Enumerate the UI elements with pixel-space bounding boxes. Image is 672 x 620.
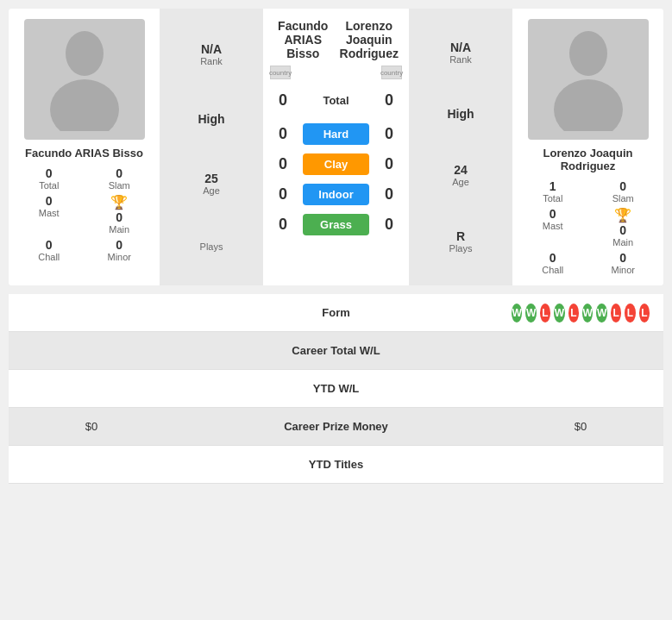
- left-flag-img: country: [270, 66, 291, 79]
- right-high: High: [447, 107, 474, 121]
- left-rank: N/A Rank: [200, 42, 223, 66]
- form-badge-10: L: [639, 304, 650, 323]
- form-badge-7: W: [596, 304, 606, 323]
- left-player-avatar: [24, 19, 145, 140]
- form-label: Form: [160, 306, 512, 319]
- clay-row: 0 Clay 0: [270, 153, 402, 175]
- right-stat-mast: 0 Mast: [519, 207, 587, 247]
- right-stat-slam: 0 Slam: [590, 179, 657, 204]
- form-badge-6: W: [582, 304, 593, 323]
- left-mid-stats: N/A Rank High 25 Age Plays: [160, 9, 263, 285]
- total-label: Total: [303, 94, 369, 107]
- form-badge-4: W: [554, 304, 564, 323]
- right-player-stats: 1 Total 0 Slam 0 Mast 🏆 0 Main 0: [519, 179, 656, 275]
- right-trophy-icon: 🏆: [614, 207, 631, 223]
- right-flag-img: country: [381, 66, 402, 79]
- right-player-name: Lorenzo Joaquin Rodriguez: [519, 147, 656, 172]
- player-left-card: Facundo ARIAS Bisso 0 Total 0 Slam 0 Mas…: [9, 9, 160, 285]
- form-value-right: W W L W L W W L L L: [512, 304, 650, 323]
- total-score-row: 0 Total 0: [270, 91, 402, 110]
- right-country-flag: country: [381, 66, 402, 79]
- left-stat-main: 🏆 0 Main: [86, 194, 154, 235]
- left-trophy-icon: 🏆: [110, 194, 128, 210]
- svg-point-0: [66, 31, 104, 76]
- players-section: Facundo ARIAS Bisso 0 Total 0 Slam 0 Mas…: [9, 9, 663, 285]
- form-badge-3: L: [540, 304, 550, 323]
- left-stat-minor: 0 Minor: [86, 238, 154, 262]
- left-player-name: Facundo ARIAS Bisso: [25, 147, 143, 160]
- center-section: Facundo ARIAS Bisso Lorenzo Joaquin Rodr…: [263, 9, 409, 285]
- left-stat-total: 0 Total: [16, 166, 83, 191]
- svg-point-3: [554, 79, 623, 131]
- svg-point-1: [50, 79, 119, 131]
- right-plays: R Plays: [449, 229, 473, 254]
- left-stat-mast: 0 Mast: [16, 194, 83, 235]
- clay-button[interactable]: Clay: [303, 153, 369, 175]
- clay-score-left: 0: [270, 155, 296, 173]
- left-plays: Plays: [200, 241, 223, 252]
- center-left-name: Facundo ARIAS Bisso: [270, 19, 336, 60]
- indoor-button[interactable]: Indoor: [303, 184, 369, 205]
- grass-row: 0 Grass 0: [270, 214, 402, 235]
- form-badge-9: L: [625, 304, 635, 323]
- indoor-score-right: 0: [376, 185, 402, 204]
- form-badge-2: W: [525, 304, 536, 323]
- main-container: Facundo ARIAS Bisso 0 Total 0 Slam 0 Mas…: [0, 9, 672, 484]
- right-rank: N/A Rank: [449, 41, 472, 65]
- career-wl-row: Career Total W/L: [9, 332, 663, 370]
- player-right-card: Lorenzo Joaquin Rodriguez 1 Total 0 Slam…: [512, 9, 663, 285]
- hard-row: 0 Hard 0: [270, 123, 402, 145]
- svg-point-2: [569, 31, 607, 76]
- prize-money-row: $0 Career Prize Money $0: [9, 408, 663, 446]
- left-country-flag: country: [270, 66, 291, 79]
- surface-rows: 0 Hard 0 0 Clay 0 0 Indoor 0 0 Grass: [270, 122, 402, 237]
- right-stat-minor: 0 Minor: [590, 251, 657, 275]
- bottom-section: Form W W L W L W W L L L Career Total W: [9, 294, 663, 484]
- ytd-wl-row: YTD W/L: [9, 370, 663, 408]
- indoor-score-left: 0: [270, 185, 296, 204]
- prize-money-label: Career Prize Money: [160, 420, 512, 433]
- hard-score-right: 0: [376, 125, 402, 143]
- hard-score-left: 0: [270, 125, 296, 143]
- total-score-right: 0: [376, 91, 402, 110]
- left-stat-chall: 0 Chall: [16, 238, 83, 262]
- prize-money-right: $0: [512, 420, 650, 433]
- ytd-wl-label: YTD W/L: [160, 382, 512, 395]
- indoor-row: 0 Indoor 0: [270, 184, 402, 205]
- grass-score-right: 0: [376, 216, 402, 234]
- right-mid-stats: N/A Rank High 24 Age R Plays: [409, 9, 512, 285]
- form-badge-5: L: [568, 304, 579, 323]
- hard-button[interactable]: Hard: [303, 123, 369, 145]
- form-badge-1: W: [512, 304, 522, 323]
- form-row: Form W W L W L W W L L L: [9, 294, 663, 332]
- grass-button[interactable]: Grass: [303, 214, 369, 235]
- left-age: 25 Age: [203, 172, 220, 196]
- left-stat-slam: 0 Slam: [86, 166, 154, 191]
- clay-score-right: 0: [376, 155, 402, 173]
- total-score-left: 0: [270, 91, 296, 110]
- ytd-titles-label: YTD Titles: [160, 458, 512, 471]
- right-player-avatar: [528, 19, 649, 140]
- prize-money-left: $0: [22, 420, 160, 433]
- right-stat-chall: 0 Chall: [519, 251, 587, 275]
- career-wl-label: Career Total W/L: [160, 344, 512, 357]
- left-high: High: [198, 112, 224, 126]
- grass-score-left: 0: [270, 216, 296, 234]
- right-age: 24 Age: [452, 163, 469, 187]
- right-stat-total: 1 Total: [519, 179, 587, 204]
- form-badges: W W L W L W W L L L: [512, 304, 650, 323]
- form-badge-8: L: [611, 304, 621, 323]
- center-right-name: Lorenzo Joaquin Rodriguez: [336, 19, 403, 60]
- left-player-stats: 0 Total 0 Slam 0 Mast 🏆 0 Main 0: [16, 166, 153, 262]
- ytd-titles-row: YTD Titles: [9, 446, 663, 484]
- right-stat-main: 🏆 0 Main: [590, 207, 657, 247]
